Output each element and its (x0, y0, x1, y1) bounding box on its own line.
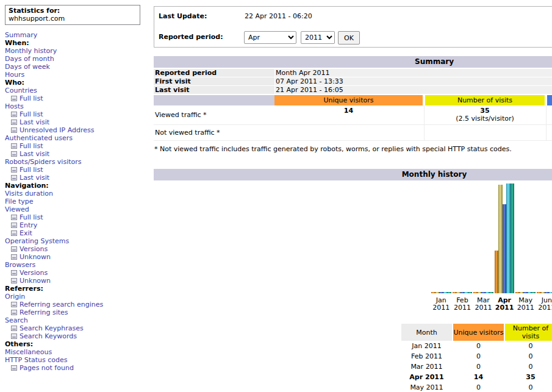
sidebar-item: When: (5, 39, 142, 47)
cell-month: May 2011 (401, 382, 452, 392)
sidebar-item[interactable]: Days of week (5, 63, 142, 71)
sidebar-item[interactable]: Versions (5, 269, 142, 277)
sidebar-item[interactable]: Full list (5, 94, 142, 102)
sidebar-item[interactable]: Full list (5, 110, 142, 118)
sidebar-item-label: Search Keywords (20, 332, 77, 340)
sidebar-item-label: Referring sites (20, 308, 68, 316)
sidebar-item[interactable]: Robots/Spiders visitors (5, 158, 142, 166)
sidebar-item-label: Exit (20, 229, 32, 237)
sidebar-item-label: Full list (20, 166, 43, 174)
sidebar-menu: Summary When: Monthly history Days of mo… (5, 31, 142, 372)
sidebar-item[interactable]: Miscellaneous (5, 348, 142, 356)
sidebar-item[interactable]: Pages not found (5, 364, 142, 372)
chart-month-label: Jun2011 (536, 297, 552, 312)
viewed-visits-number: 35 (425, 107, 545, 115)
month-select[interactable]: Apr (244, 31, 296, 44)
sidebar-item-label: Miscellaneous (5, 348, 52, 356)
summary-col-spacer (154, 95, 274, 105)
sidebar-item[interactable]: Visits duration (5, 190, 142, 198)
sidebar-item[interactable]: HTTP Status codes (5, 356, 142, 364)
sidebar-item[interactable]: Unresolved IP Address (5, 126, 142, 134)
sidebar-item[interactable]: Last visit (5, 150, 142, 158)
sidebar-item[interactable]: Search (5, 316, 142, 324)
sidebar-item[interactable]: Hours (5, 71, 142, 79)
sidebar-item[interactable]: Operating Systems (5, 237, 142, 245)
cell-month: Mar 2011 (401, 362, 452, 372)
sidebar-item[interactable]: Referring sites (5, 308, 142, 316)
sidebar-item[interactable]: Entry (5, 221, 142, 229)
submenu-icon (11, 254, 17, 260)
cell-visits: 0 (505, 382, 552, 392)
sidebar-item-label: Hours (5, 71, 24, 79)
submenu-icon (11, 175, 17, 180)
sidebar-item-label: Days of month (5, 55, 54, 63)
sidebar-item-label: HTTP Status codes (5, 356, 67, 364)
sidebar-item[interactable]: Versions (5, 245, 142, 253)
viewed-unique-value: 14 (274, 107, 423, 115)
sidebar-item[interactable]: Full list (5, 142, 142, 150)
sidebar-item[interactable]: Full list (5, 166, 142, 174)
footnote: * Not viewed traffic includes traffic ge… (154, 145, 512, 153)
summary-row-label: First visit (154, 77, 274, 85)
sidebar-item[interactable]: Days of month (5, 55, 142, 63)
monthly-history-section: Monthly history Jan2011Feb2011Mar2011Apr… (154, 169, 552, 392)
sidebar-item[interactable]: Monthly history (5, 47, 142, 55)
sidebar-item[interactable]: Browsers (5, 261, 142, 269)
statistics-for-box: Statistics for: whhsupport.com (5, 5, 140, 25)
sidebar-item-label: Who: (5, 79, 24, 87)
submenu-icon (11, 302, 17, 307)
sidebar-item[interactable]: Origin (5, 293, 142, 301)
sidebar-item[interactable]: Exit (5, 229, 142, 237)
viewed-traffic-row: Viewed traffic * 14 35 (2.5 visits/visit… (154, 105, 552, 125)
cell-unique: 0 (453, 341, 504, 351)
sidebar-item[interactable]: Summary (5, 31, 142, 39)
ok-button[interactable]: OK (338, 31, 360, 45)
monthly-col-unique-visitors: Unique visitors (453, 324, 504, 341)
sidebar-item-label: Unknown (20, 277, 51, 285)
sidebar-item-label: Unresolved IP Address (20, 126, 95, 134)
viewed-visits-value: 35 (2.5 visits/visitor) (425, 107, 545, 123)
sidebar-item[interactable]: Referring search engines (5, 301, 142, 308)
bar-bandwidth (489, 292, 493, 293)
sidebar-item[interactable]: Hosts (5, 102, 142, 110)
summary-info-row: Last visit 21 Apr 2011 - 16:05 (154, 85, 552, 94)
main-content: Last Update: 22 Apr 2011 - 06:20 Reporte… (154, 0, 552, 392)
sidebar-item-label: Days of week (5, 63, 50, 71)
site-domain: whhsupport.com (9, 15, 137, 23)
sidebar-item[interactable]: Search Keywords (5, 332, 142, 340)
submenu-icon (11, 151, 17, 157)
summary-info-row: First visit 07 Apr 2011 - 13:33 (154, 77, 552, 85)
sidebar-item: Referrers: (5, 285, 142, 293)
sidebar-item-label: Robots/Spiders visitors (5, 158, 82, 166)
sidebar-item[interactable]: Unknown (5, 277, 142, 285)
monthly-table-rows: Jan 2011 0 0 Feb 2011 0 0 Mar 2011 0 0 (401, 341, 552, 392)
sidebar: Statistics for: whhsupport.com Summary W… (5, 5, 142, 372)
sidebar-item-label: Summary (5, 31, 37, 39)
summary-header-row: Unique visitors Number of visits (154, 94, 552, 105)
summary-row-label: Reported period (154, 69, 274, 77)
sidebar-item[interactable]: Authenticated users (5, 134, 142, 142)
sidebar-item[interactable]: Viewed (5, 205, 142, 213)
sidebar-item[interactable]: Unknown (5, 253, 142, 261)
sidebar-item-label: Full list (20, 213, 43, 221)
not-viewed-traffic-label: Not viewed traffic * (155, 125, 220, 140)
submenu-icon (11, 270, 17, 276)
sidebar-item[interactable]: Last visit (5, 118, 142, 126)
sidebar-item[interactable]: File type (5, 198, 142, 205)
cell-month: Jan 2011 (401, 341, 452, 351)
sidebar-item-label: Others: (5, 340, 33, 348)
sidebar-item[interactable]: Countries (5, 87, 142, 94)
submenu-icon (11, 278, 17, 283)
sidebar-item-label: When: (5, 39, 29, 47)
monthly-history-title: Monthly history (154, 169, 552, 180)
sidebar-item-label: Full list (20, 110, 43, 118)
sidebar-item[interactable]: Full list (5, 213, 142, 221)
bar-hits (549, 292, 552, 293)
year-select[interactable]: 2011 (301, 31, 335, 44)
sidebar-item[interactable]: Last visit (5, 174, 142, 182)
chart-month-slot: Jun2011 (536, 184, 552, 312)
sidebar-item[interactable]: Search Keyphrases (5, 324, 142, 332)
chart-month-label: Jan2011 (431, 297, 452, 312)
sidebar-item: Navigation: (5, 182, 142, 190)
submenu-icon (11, 96, 17, 101)
